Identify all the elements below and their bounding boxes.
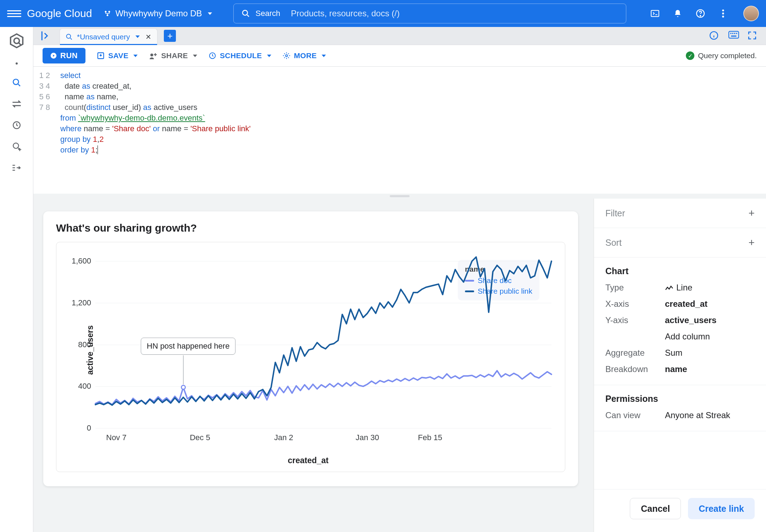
gcloud-logo[interactable]: Google Cloud	[27, 7, 92, 20]
editor-zone: *Unsaved query ✕ + RUN SAVE SHARE SCHEDU…	[33, 27, 766, 199]
help-icon[interactable]	[695, 8, 706, 19]
transfers-icon[interactable]	[11, 99, 22, 109]
svg-rect-4	[651, 10, 659, 16]
sql-code[interactable]: select date as created_at, name as name,…	[55, 67, 256, 194]
svg-point-6	[700, 15, 701, 16]
cloud-shell-icon[interactable]	[650, 8, 660, 19]
chart-title: What's our sharing growth?	[56, 222, 565, 234]
row-canview[interactable]: Can viewAnyone at Streak	[605, 410, 755, 420]
line-type-icon	[665, 286, 673, 291]
row-type[interactable]: Type Line	[605, 283, 755, 293]
row-aggregate[interactable]: AggregateSum	[605, 348, 755, 358]
svg-point-1	[109, 11, 110, 13]
svg-point-9	[722, 16, 724, 17]
fullscreen-icon[interactable]	[748, 31, 757, 41]
svg-point-10	[14, 38, 19, 43]
section-header: Permissions	[605, 394, 755, 404]
tab-unsaved-query[interactable]: *Unsaved query ✕	[60, 28, 157, 45]
search-icon	[242, 9, 250, 18]
project-name: Whywhywhy Demo DB	[115, 9, 202, 18]
svg-point-3	[243, 10, 248, 15]
panel-toggle-icon[interactable]	[40, 31, 51, 41]
run-button[interactable]: RUN	[43, 48, 85, 63]
chart-config: Chart Type Line X-axiscreated_at Y-axisa…	[594, 257, 766, 385]
schedule-button[interactable]: SCHEDULE	[209, 51, 271, 60]
line-gutter: 1 2 3 4 5 6 7 8	[33, 67, 55, 194]
sql-editor[interactable]: 1 2 3 4 5 6 7 8 select date as created_a…	[33, 67, 766, 194]
svg-rect-18	[732, 33, 733, 34]
x-axis-label: created_at	[61, 456, 556, 465]
svg-rect-20	[736, 33, 737, 34]
permissions-config: Permissions Can viewAnyone at Streak	[594, 385, 766, 431]
panel-actions: Cancel Create link	[594, 489, 766, 532]
search-label: Search	[256, 9, 281, 18]
gear-icon	[283, 52, 290, 60]
left-rail	[0, 27, 33, 532]
project-icon	[104, 10, 111, 17]
close-icon[interactable]: ✕	[145, 33, 151, 41]
svg-point-8	[722, 12, 724, 14]
plus-icon[interactable]: +	[748, 237, 755, 249]
search-input[interactable]	[291, 9, 618, 18]
chart-annotation: HN post happened here	[141, 338, 236, 355]
avatar[interactable]	[743, 6, 759, 21]
filter-section[interactable]: Filter+	[594, 199, 766, 228]
info-icon[interactable]	[709, 31, 719, 41]
section-header: Chart	[605, 266, 755, 276]
svg-rect-21	[731, 35, 737, 37]
svg-point-11	[13, 79, 18, 84]
menu-icon[interactable]	[7, 6, 21, 21]
search-box[interactable]: Search	[233, 4, 626, 23]
tab-label: *Unsaved query	[77, 33, 130, 41]
line-chart[interactable]: active_users name Share doc Share public…	[95, 251, 551, 449]
create-link-button[interactable]: Create link	[688, 498, 755, 519]
query-toolbar: RUN SAVE SHARE SCHEDULE MORE ✓ Query com…	[33, 45, 766, 67]
y-axis-label: active_users	[85, 325, 95, 375]
svg-rect-19	[734, 33, 735, 34]
row-yaxis[interactable]: Y-axisactive_users	[605, 315, 755, 325]
chart-container: active_users name Share doc Share public…	[56, 242, 565, 472]
results-area: What's our sharing growth? active_users …	[33, 199, 766, 532]
chart-card: What's our sharing growth? active_users …	[43, 211, 578, 486]
new-tab-button[interactable]: +	[164, 30, 176, 42]
rail-dot	[16, 62, 18, 65]
cancel-button[interactable]: Cancel	[630, 498, 681, 519]
share-icon	[149, 52, 157, 60]
chevron-down-icon[interactable]	[135, 35, 140, 38]
search-nav-icon[interactable]	[11, 77, 22, 88]
save-button[interactable]: SAVE	[97, 51, 138, 60]
resize-handle[interactable]	[33, 194, 766, 199]
tab-strip: *Unsaved query ✕ +	[33, 27, 766, 45]
check-icon: ✓	[686, 51, 694, 60]
more-button[interactable]: MORE	[283, 51, 326, 60]
chevron-down-icon	[208, 12, 212, 15]
svg-rect-16	[729, 31, 739, 38]
svg-rect-17	[730, 33, 731, 34]
svg-point-24	[150, 54, 153, 56]
header: Google Cloud Whywhywhy Demo DB Search	[0, 0, 766, 27]
save-icon	[97, 52, 105, 60]
svg-point-0	[105, 11, 107, 13]
plus-icon[interactable]: +	[748, 207, 755, 219]
header-actions	[650, 6, 759, 21]
play-icon	[50, 52, 57, 59]
project-picker[interactable]: Whywhywhy Demo DB	[104, 9, 212, 18]
svg-point-14	[67, 34, 71, 38]
clock-icon	[209, 52, 216, 60]
scheduled-icon[interactable]	[11, 141, 22, 152]
bigquery-logo[interactable]	[8, 32, 26, 50]
chart-panel: What's our sharing growth? active_users …	[33, 199, 594, 532]
sort-section[interactable]: Sort+	[594, 228, 766, 257]
migration-icon[interactable]	[11, 162, 22, 173]
query-icon	[66, 33, 73, 40]
more-icon[interactable]	[718, 8, 728, 19]
notifications-icon[interactable]	[672, 8, 683, 19]
history-icon[interactable]	[11, 120, 22, 131]
svg-point-7	[722, 10, 724, 11]
row-add-column[interactable]: Add column	[605, 332, 755, 342]
row-xaxis[interactable]: X-axiscreated_at	[605, 299, 755, 309]
row-breakdown[interactable]: Breakdownname	[605, 364, 755, 374]
keyboard-icon[interactable]	[728, 31, 738, 41]
config-panel: Filter+ Sort+ Chart Type Line X-axiscrea…	[594, 199, 766, 532]
share-button[interactable]: SHARE	[149, 51, 197, 60]
